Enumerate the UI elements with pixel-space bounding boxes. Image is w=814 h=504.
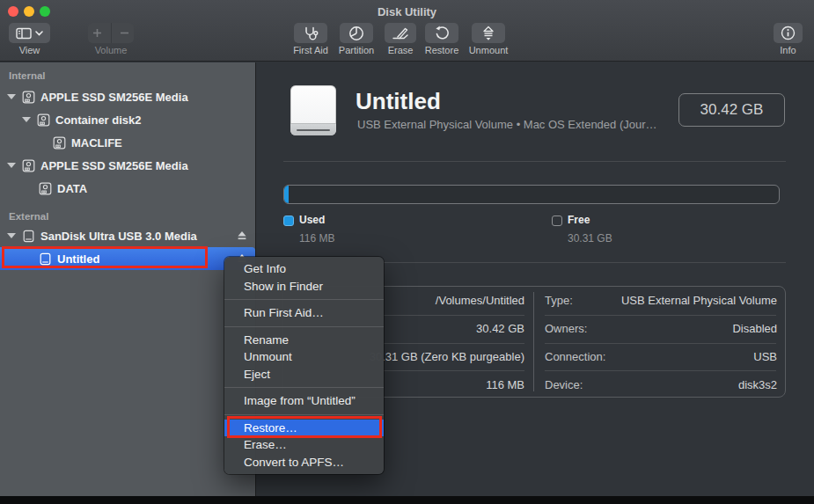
- unmount-eject-icon: [482, 26, 495, 41]
- menu-separator: [224, 387, 384, 388]
- volume-title: Untitled: [356, 88, 441, 115]
- internal-disk-icon: [39, 182, 52, 195]
- partition-button[interactable]: [340, 23, 373, 43]
- sidebar-item-label: DATA: [57, 182, 87, 195]
- volume-subtitle: USB External Physical Volume • Mac OS Ex…: [357, 118, 657, 131]
- info-value: USB: [753, 350, 777, 363]
- info-button[interactable]: [774, 23, 803, 43]
- sidebar-item-apple-ssd-2[interactable]: APPLE SSD SM256E Media: [0, 154, 255, 177]
- menu-item-rename[interactable]: Rename: [224, 332, 384, 349]
- chevron-down-icon: [35, 31, 43, 36]
- info-row-connection: Connection: USB: [534, 343, 786, 371]
- menu-item-eject[interactable]: Eject: [224, 366, 384, 383]
- disk-utility-window: Disk Utility View: [0, 0, 814, 496]
- plus-icon: [92, 28, 102, 38]
- add-volume-button[interactable]: [88, 23, 107, 43]
- sidebar-item-label: MACLIFE: [71, 136, 122, 150]
- usage-bar: [283, 185, 780, 204]
- internal-disk-icon: [37, 113, 50, 127]
- menu-item-run-first-aid[interactable]: Run First Aid…: [224, 304, 384, 322]
- menu-item-erase[interactable]: Erase…: [224, 436, 384, 454]
- restore-arrow-icon: [434, 26, 450, 40]
- menu-item-unmount[interactable]: Unmount: [224, 348, 384, 366]
- first-aid-button[interactable]: [294, 23, 327, 43]
- sidebar: Internal APPLE SSD SM256E Media: [0, 62, 256, 496]
- sidebar-item-untitled[interactable]: Untitled: [0, 247, 255, 270]
- restore-label: Restore: [415, 45, 468, 55]
- menu-item-show-in-finder[interactable]: Show in Finder: [224, 278, 384, 296]
- usage-bar-used-fill: [284, 186, 289, 203]
- info-label: Owners:: [545, 322, 587, 335]
- unmount-label: Unmount: [461, 45, 516, 55]
- context-menu: Get Info Show in Finder Run First Aid… R…: [224, 257, 384, 474]
- free-legend-swatch[interactable]: [552, 215, 562, 226]
- volume-icon-large: [290, 85, 336, 135]
- menu-item-get-info[interactable]: Get Info: [224, 260, 384, 278]
- sidebar-item-label: Untitled: [57, 252, 99, 266]
- sidebar-item-label: APPLE SSD SM256E Media: [40, 159, 188, 172]
- sidebar-item-sandisk[interactable]: SanDisk Ultra USB 3.0 Media: [0, 224, 255, 247]
- erase-button[interactable]: [385, 23, 416, 43]
- internal-disk-icon: [22, 91, 35, 104]
- volume-label: Volume: [88, 45, 134, 55]
- sidebar-view-icon: [16, 27, 32, 40]
- sidebar-item-label: APPLE SSD SM256E Media: [40, 91, 188, 104]
- internal-disk-icon: [53, 136, 66, 150]
- stethoscope-icon: [302, 26, 319, 40]
- divider: [283, 161, 786, 162]
- sidebar-section-external: External: [0, 208, 255, 224]
- info-label: Info: [774, 45, 803, 55]
- info-row-device: Device: disk3s2: [534, 370, 786, 398]
- info-value: USB External Physical Volume: [621, 294, 777, 307]
- menu-separator: [224, 299, 384, 300]
- menu-item-image-from-untitled[interactable]: Image from “Untitled”: [224, 392, 384, 410]
- row-separator: [545, 343, 776, 344]
- free-legend-value: 30.31 GB: [568, 232, 612, 245]
- volume-size-badge: 30.42 GB: [678, 93, 785, 127]
- external-disk-icon: [22, 230, 35, 243]
- used-legend-value: 116 MB: [299, 232, 334, 245]
- info-value: disk3s2: [738, 378, 777, 391]
- sidebar-item-label: SanDisk Ultra USB 3.0 Media: [40, 230, 197, 243]
- partition-label: Partition: [330, 45, 383, 55]
- partition-pie-icon: [348, 26, 364, 41]
- eject-icon[interactable]: [237, 230, 247, 241]
- disclosure-triangle-icon[interactable]: [7, 94, 16, 99]
- menu-separator: [224, 326, 384, 327]
- info-row-type: Type: USB External Physical Volume: [534, 287, 786, 315]
- info-icon: [781, 26, 796, 40]
- info-row-owners: Owners: Disabled: [534, 315, 786, 343]
- sidebar-item-data[interactable]: DATA: [0, 177, 255, 200]
- external-disk-icon: [39, 252, 52, 266]
- restore-button[interactable]: [425, 23, 458, 43]
- sidebar-item-apple-ssd-1[interactable]: APPLE SSD SM256E Media: [0, 85, 255, 108]
- menu-separator: [224, 414, 384, 415]
- sidebar-item-maclife[interactable]: MACLIFE: [0, 131, 255, 154]
- info-value: Disabled: [732, 322, 777, 335]
- info-label: Connection:: [545, 350, 605, 363]
- info-label: Type:: [545, 294, 573, 307]
- window-bottom-edge: [0, 496, 814, 504]
- unmount-button[interactable]: [472, 23, 505, 43]
- menu-item-convert-to-apfs[interactable]: Convert to APFS…: [224, 454, 384, 471]
- menu-item-restore[interactable]: Restore…: [224, 420, 384, 437]
- window-title: Disk Utility: [0, 5, 814, 18]
- used-legend-swatch[interactable]: [283, 215, 294, 226]
- disclosure-triangle-icon[interactable]: [7, 233, 16, 238]
- remove-volume-button[interactable]: [115, 23, 135, 43]
- used-legend-label: Used: [299, 214, 325, 226]
- free-legend-label: Free: [568, 214, 590, 226]
- view-label: View: [9, 45, 50, 55]
- info-label: Device:: [545, 378, 583, 391]
- disclosure-triangle-icon[interactable]: [7, 163, 16, 168]
- sidebar-section-internal: Internal: [0, 66, 255, 85]
- minus-icon: [120, 28, 129, 38]
- view-button[interactable]: [9, 23, 50, 43]
- sidebar-item-container-disk2[interactable]: Container disk2: [0, 108, 255, 131]
- titlebar-toolbar: Disk Utility View: [0, 0, 814, 62]
- erase-pencil-icon: [392, 26, 409, 40]
- sidebar-item-label: Container disk2: [55, 113, 142, 127]
- row-separator: [545, 315, 776, 316]
- disclosure-triangle-icon[interactable]: [22, 117, 31, 122]
- internal-disk-icon: [22, 159, 35, 172]
